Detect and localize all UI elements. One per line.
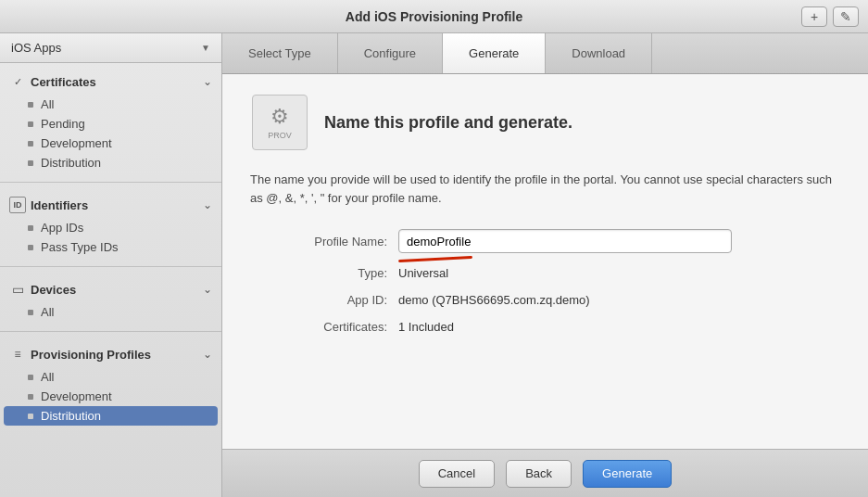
sidebar-item-prov-development[interactable]: Development <box>0 387 221 406</box>
sidebar-item-prov-distribution[interactable]: Distribution <box>4 406 218 426</box>
certificates-icon: ✓ <box>9 73 26 90</box>
type-value: Universal <box>398 266 448 280</box>
profile-icon-container: ⚙ PROV <box>250 93 309 152</box>
profile-name-input-wrapper <box>398 229 732 253</box>
devices-chevron-icon: ⌄ <box>203 283 212 296</box>
type-row: Type: Universal <box>250 266 840 280</box>
devices-icon: ▭ <box>9 281 26 298</box>
tab-label: Configure <box>364 46 416 60</box>
sidebar-item-label: All <box>41 370 54 384</box>
item-dot <box>28 102 33 108</box>
sidebar-item-label: Development <box>41 136 112 150</box>
devices-header[interactable]: ▭ Devices ⌄ <box>0 276 221 302</box>
item-dot <box>28 160 33 166</box>
title-bar-actions: + ✎ <box>801 6 859 27</box>
item-dot <box>28 310 33 315</box>
provisioning-icon: ≡ <box>9 346 26 363</box>
tab-label: Select Type <box>248 46 311 60</box>
certificates-field-label: Certificates: <box>250 320 398 334</box>
content-body: ⚙ PROV Name this profile and generate. T… <box>222 74 868 449</box>
tab-download[interactable]: Download <box>546 33 652 73</box>
page-title: Name this profile and generate. <box>324 113 572 133</box>
ios-apps-dropdown[interactable]: iOS Apps ▼ <box>0 33 221 63</box>
edit-button[interactable]: ✎ <box>833 6 859 27</box>
prov-label: PROV <box>268 131 292 140</box>
provisioning-chevron-icon: ⌄ <box>203 348 212 361</box>
profile-name-label: Profile Name: <box>250 235 398 248</box>
provisioning-section: ≡ Provisioning Profiles ⌄ All Developmen… <box>0 336 221 431</box>
sidebar-item-app-ids[interactable]: App IDs <box>0 218 221 237</box>
devices-label: Devices <box>31 283 203 297</box>
main-layout: iOS Apps ▼ ✓ Certificates ⌄ All Pending <box>0 33 868 497</box>
sidebar-item-prov-all[interactable]: All <box>0 367 221 387</box>
sidebar-item-label: Distribution <box>41 409 101 423</box>
provisioning-items: All Development Distribution <box>0 367 221 426</box>
sidebar-item-certs-all[interactable]: All <box>0 95 221 114</box>
sidebar-item-label: Pending <box>41 117 85 131</box>
profile-name-row: Profile Name: <box>250 229 840 253</box>
identifiers-section: ID Identifiers ⌄ App IDs Pass Type IDs <box>0 186 221 262</box>
identifiers-icon: ID <box>9 197 26 213</box>
identifiers-label: Identifiers <box>31 198 203 212</box>
sidebar-item-label: All <box>41 305 54 319</box>
identifiers-header[interactable]: ID Identifiers ⌄ <box>0 192 221 218</box>
item-dot <box>28 245 33 250</box>
sidebar-item-certs-distribution[interactable]: Distribution <box>0 153 221 172</box>
profile-header: ⚙ PROV Name this profile and generate. <box>250 93 840 152</box>
item-dot <box>28 394 33 400</box>
cancel-button[interactable]: Cancel <box>419 460 495 488</box>
certificates-field-value: 1 Included <box>398 320 454 334</box>
generate-button[interactable]: Generate <box>583 460 672 488</box>
app-id-value: demo (Q7BHS66695.com.zq.demo) <box>398 293 590 307</box>
item-dot <box>28 225 33 231</box>
red-underline-decoration <box>398 256 472 262</box>
devices-section: ▭ Devices ⌄ All <box>0 271 221 327</box>
app-id-row: App ID: demo (Q7BHS66695.com.zq.demo) <box>250 293 840 307</box>
provisioning-header[interactable]: ≡ Provisioning Profiles ⌄ <box>0 341 221 367</box>
title-bar: Add iOS Provisioning Profile + ✎ <box>0 0 868 33</box>
dropdown-label: iOS Apps <box>11 41 61 55</box>
sidebar-item-label: All <box>41 97 54 111</box>
certificates-row: Certificates: 1 Included <box>250 320 840 334</box>
add-button[interactable]: + <box>801 6 827 27</box>
tab-configure[interactable]: Configure <box>338 33 443 73</box>
sidebar-item-label: Distribution <box>41 156 101 170</box>
item-dot <box>28 375 33 380</box>
sidebar-item-certs-pending[interactable]: Pending <box>0 114 221 134</box>
profile-prov-icon: ⚙ PROV <box>252 95 308 150</box>
sidebar: iOS Apps ▼ ✓ Certificates ⌄ All Pending <box>0 33 222 497</box>
certificates-chevron-icon: ⌄ <box>203 75 212 88</box>
identifiers-items: App IDs Pass Type IDs <box>0 218 221 257</box>
sidebar-item-label: App IDs <box>41 221 83 235</box>
tab-generate[interactable]: Generate <box>443 33 546 73</box>
tab-label: Download <box>572 46 625 60</box>
provisioning-label: Provisioning Profiles <box>31 348 203 362</box>
item-dot <box>28 414 33 419</box>
gear-icon: ⚙ <box>270 105 289 129</box>
sidebar-item-label: Development <box>41 389 112 403</box>
certificates-header[interactable]: ✓ Certificates ⌄ <box>0 69 221 95</box>
tab-label: Generate <box>469 46 519 60</box>
back-button[interactable]: Back <box>506 460 572 488</box>
profile-name-input[interactable] <box>398 229 732 253</box>
content-area: Select Type Configure Generate Download … <box>222 33 868 497</box>
content-footer: Cancel Back Generate <box>222 449 868 497</box>
item-dot <box>28 141 33 147</box>
type-label: Type: <box>250 266 398 280</box>
profile-description: The name you provide will be used to ide… <box>250 171 840 207</box>
tab-select-type[interactable]: Select Type <box>222 33 338 73</box>
certificates-section: ✓ Certificates ⌄ All Pending Development <box>0 63 221 178</box>
app-id-label: App ID: <box>250 293 398 307</box>
item-dot <box>28 121 33 127</box>
sidebar-item-pass-type-ids[interactable]: Pass Type IDs <box>0 237 221 257</box>
certificates-items: All Pending Development Distribution <box>0 95 221 172</box>
sidebar-item-label: Pass Type IDs <box>41 240 119 254</box>
identifiers-chevron-icon: ⌄ <box>203 198 212 211</box>
step-tabs: Select Type Configure Generate Download <box>222 33 868 74</box>
window-title: Add iOS Provisioning Profile <box>346 9 522 24</box>
certificates-label: Certificates <box>31 75 203 89</box>
dropdown-arrow-icon: ▼ <box>201 43 210 53</box>
sidebar-item-certs-development[interactable]: Development <box>0 134 221 153</box>
devices-items: All <box>0 302 221 322</box>
sidebar-item-devices-all[interactable]: All <box>0 302 221 322</box>
